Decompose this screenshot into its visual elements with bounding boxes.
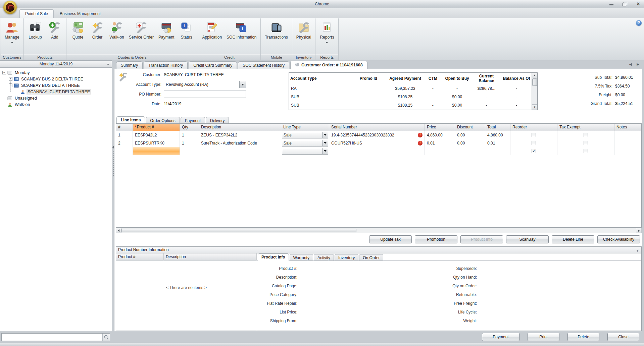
promotion-button[interactable]: Promotion [415, 235, 457, 243]
cell-num: 2 [116, 139, 133, 147]
line-type-select[interactable] [282, 148, 328, 155]
ribbon-button-reports[interactable]: Reports [318, 20, 336, 44]
ribbon-button-transactions[interactable]: Transactions [263, 20, 289, 40]
update-tax-button[interactable]: Update Tax [369, 235, 412, 243]
check-availability-button[interactable]: Check Availability [597, 235, 640, 243]
tree-expander-minus-icon[interactable]: − [2, 71, 6, 74]
dropdown-caret-icon[interactable] [326, 42, 328, 43]
ribbon-button-payment[interactable]: Payment [157, 20, 176, 40]
ribbon-button-walk-on[interactable]: Walk-on [108, 20, 126, 40]
po-number-input[interactable] [164, 91, 246, 98]
field-label-product: Product #: [257, 266, 297, 271]
tab-on-order[interactable]: On Order [359, 254, 383, 261]
ribbon-button-status[interactable]: iStatus [178, 20, 195, 40]
tax-exempt-checkbox[interactable] [584, 133, 588, 137]
scrollbar-thumb[interactable] [532, 78, 537, 86]
date-header[interactable]: Monday 11/4/2019 [0, 60, 112, 68]
tree-item-scanbay-cust-delta-three[interactable]: SCANBAY CUST DELTA THREE [1, 89, 111, 95]
field-label-shipping-from: Shipping From: [257, 319, 297, 323]
chevron-down-icon[interactable] [322, 132, 328, 138]
payment-button[interactable]: Payment [482, 333, 519, 341]
ribbon-tab-business-management[interactable]: Business Management [54, 10, 106, 18]
reorder-checkbox[interactable] [532, 141, 536, 145]
line-type-select[interactable]: Sale [282, 140, 328, 147]
search-button[interactable] [102, 334, 110, 341]
chevron-down-icon[interactable] [322, 140, 328, 146]
restore-icon[interactable] [623, 2, 627, 6]
ribbon-button-lookup[interactable]: Lookup [27, 20, 44, 40]
ribbon-button-manage[interactable]: Manage [3, 20, 21, 44]
calendar-icon [7, 70, 12, 75]
scroll-right-icon[interactable] [636, 228, 641, 233]
total-value: $0.00 [612, 93, 639, 97]
print-button[interactable]: Print [528, 333, 559, 341]
help-icon[interactable]: ? [636, 20, 642, 26]
account-grid-scrollbar[interactable]: ▲ ▼ [532, 73, 537, 110]
tab-summary[interactable]: Summary [116, 61, 143, 69]
tab-product-info[interactable]: Product Info [258, 253, 289, 261]
tab-warranty[interactable]: Warranty [290, 254, 313, 261]
scroll-left-icon[interactable] [116, 228, 121, 233]
tab-payment[interactable]: Payment [181, 117, 205, 123]
field-label-weight: Weight: [358, 319, 477, 323]
tax-exempt-checkbox[interactable] [584, 149, 588, 153]
minimize-icon[interactable] [609, 2, 614, 6]
close-button[interactable]: Close [607, 333, 639, 341]
ribbon-button-quote[interactable]: Quote [69, 20, 87, 40]
search-input[interactable] [2, 334, 102, 341]
ribbon-button-soc-information[interactable]: iSOC Information [225, 20, 258, 40]
line-type-select[interactable]: Sale [282, 132, 328, 138]
line-item-row[interactable]: 1EESP342L21ZEUS - EESP342L2Sale19.4-3235… [116, 131, 641, 139]
date-value: 11/4/2019 [164, 102, 182, 106]
line-item-row[interactable] [116, 147, 641, 155]
tab-transaction-history[interactable]: Transaction History [144, 61, 188, 69]
tree-item-scanbay-bus-delta-three[interactable]: −SCANBAY BUS DELTA THREE [1, 82, 111, 89]
ribbon-button-order[interactable]: Order [89, 20, 106, 40]
tax-exempt-checkbox[interactable] [584, 141, 588, 145]
collapse-chevron-icon[interactable]: » [634, 249, 641, 252]
chevron-down-icon[interactable] [322, 148, 328, 154]
scrollbar-thumb[interactable] [121, 229, 356, 232]
account-type-select[interactable]: Revolving Account (RA) [164, 81, 246, 88]
ribbon-button-application[interactable]: Application [201, 20, 223, 40]
tab-credit-card-summary[interactable]: Credit Card Summary [189, 61, 237, 69]
svg-text:i: i [184, 23, 185, 28]
tab-customer-order-1104191608[interactable]: Customer Order: # 1104191608 [290, 61, 367, 69]
cell-reorder [510, 147, 557, 155]
field-label-qty-on-hand: Qty on Hand: [358, 275, 477, 280]
tab-delivery[interactable]: Delivery [206, 117, 229, 123]
ribbon-tab-point-of-sale[interactable]: Point of Sale [19, 9, 54, 18]
ribbon-button-service-order[interactable]: Service Order [128, 20, 155, 40]
tree-item-scanbay-bus-2-delta-three[interactable]: +SCANBAY BUS 2 DELTA THREE [1, 76, 111, 82]
delete-line-button[interactable]: Delete Line [552, 235, 594, 243]
line-grid-hscrollbar[interactable] [116, 228, 642, 233]
cell-discount: 0.00 [455, 131, 485, 139]
tab-inventory[interactable]: Inventory [335, 254, 358, 261]
cell-tax_exempt [557, 147, 614, 155]
tab-soc-statement-history[interactable]: SOC Statement History [238, 61, 289, 69]
tab-activity[interactable]: Activity [314, 254, 334, 261]
line-item-row[interactable]: 2EESPSURTRK01SureTrack - Authorization C… [116, 139, 641, 147]
ribbon-button-add[interactable]: Add [46, 20, 63, 40]
ribbon-button-physical[interactable]: Physical [295, 20, 313, 40]
chevron-down-icon[interactable] [239, 81, 246, 88]
tab-scroll-arrows[interactable]: ◀ ▶ [629, 62, 641, 66]
dropdown-caret-icon[interactable] [11, 42, 13, 43]
tree-item-monday[interactable]: −Monday [1, 69, 111, 76]
scroll-up-icon[interactable]: ▲ [532, 73, 537, 78]
scanbay-button[interactable]: ScanBay [506, 235, 549, 243]
application-orb-icon[interactable] [3, 1, 17, 14]
reorder-checkbox[interactable] [532, 149, 536, 153]
reorder-checkbox[interactable] [532, 133, 536, 137]
scroll-down-icon[interactable]: ▼ [532, 104, 537, 110]
account-column-header: Agreed Payment [388, 73, 423, 85]
customer-tree: −Monday+SCANBAY BUS 2 DELTA THREE−SCANBA… [0, 68, 112, 331]
tree-item-walk-on[interactable]: Walk-on [1, 101, 111, 108]
cell-line_type: Sale [281, 139, 329, 147]
calendar-icon [7, 96, 12, 101]
delete-button[interactable]: Delete [567, 333, 599, 341]
tab-order-options[interactable]: Order Options [146, 117, 180, 123]
tree-item-unassigned[interactable]: Unassigned [1, 95, 111, 101]
tab-line-items[interactable]: Line Items [116, 116, 145, 123]
close-icon[interactable]: × [636, 2, 641, 6]
